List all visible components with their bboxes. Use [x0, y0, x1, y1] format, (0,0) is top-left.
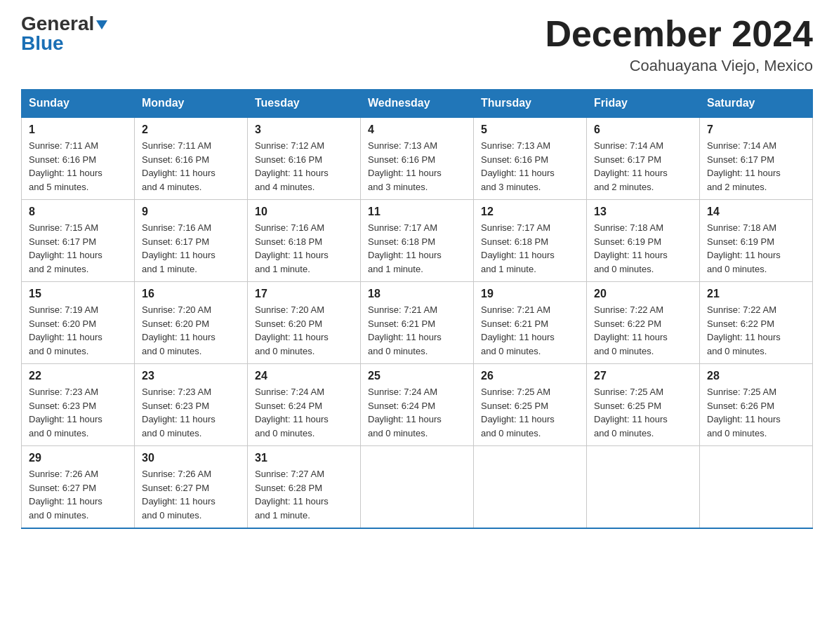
calendar-cell: 6 Sunrise: 7:14 AMSunset: 6:17 PMDayligh… — [587, 117, 700, 200]
day-number: 24 — [255, 370, 353, 382]
header-thursday: Thursday — [474, 90, 587, 118]
header-friday: Friday — [587, 90, 700, 118]
day-info: Sunrise: 7:16 AMSunset: 6:17 PMDaylight:… — [142, 222, 216, 274]
day-number: 31 — [255, 452, 353, 464]
week-row-3: 15 Sunrise: 7:19 AMSunset: 6:20 PMDaylig… — [22, 282, 813, 364]
week-row-2: 8 Sunrise: 7:15 AMSunset: 6:17 PMDayligh… — [22, 200, 813, 282]
calendar-cell: 28 Sunrise: 7:25 AMSunset: 6:26 PMDaylig… — [700, 364, 813, 446]
day-info: Sunrise: 7:20 AMSunset: 6:20 PMDaylight:… — [255, 304, 329, 356]
day-info: Sunrise: 7:17 AMSunset: 6:18 PMDaylight:… — [481, 222, 555, 274]
logo-blue: Blue — [21, 32, 64, 54]
calendar-cell: 29 Sunrise: 7:26 AMSunset: 6:27 PMDaylig… — [22, 446, 135, 529]
calendar-cell — [700, 446, 813, 529]
logo-triangle-icon — [96, 20, 107, 29]
day-info: Sunrise: 7:11 AMSunset: 6:16 PMDaylight:… — [142, 140, 216, 192]
day-info: Sunrise: 7:21 AMSunset: 6:21 PMDaylight:… — [368, 304, 442, 356]
day-info: Sunrise: 7:18 AMSunset: 6:19 PMDaylight:… — [594, 222, 668, 274]
day-info: Sunrise: 7:24 AMSunset: 6:24 PMDaylight:… — [368, 387, 442, 438]
calendar-cell: 26 Sunrise: 7:25 AMSunset: 6:25 PMDaylig… — [474, 364, 587, 446]
calendar-cell: 20 Sunrise: 7:22 AMSunset: 6:22 PMDaylig… — [587, 282, 700, 364]
day-number: 23 — [142, 370, 240, 382]
calendar-cell: 12 Sunrise: 7:17 AMSunset: 6:18 PMDaylig… — [474, 200, 587, 282]
day-number: 22 — [29, 370, 127, 382]
calendar-table: SundayMondayTuesdayWednesdayThursdayFrid… — [21, 89, 813, 529]
location-title: Coahuayana Viejo, Mexico — [545, 57, 813, 75]
day-number: 25 — [368, 370, 466, 382]
logo: General Blue — [21, 14, 107, 53]
day-info: Sunrise: 7:26 AMSunset: 6:27 PMDaylight:… — [29, 469, 102, 521]
calendar-cell — [474, 446, 587, 529]
day-number: 2 — [142, 123, 240, 136]
logo-general: General — [21, 14, 94, 34]
calendar-cell: 3 Sunrise: 7:12 AMSunset: 6:16 PMDayligh… — [248, 117, 361, 200]
calendar-cell: 15 Sunrise: 7:19 AMSunset: 6:20 PMDaylig… — [22, 282, 135, 364]
calendar-cell: 31 Sunrise: 7:27 AMSunset: 6:28 PMDaylig… — [248, 446, 361, 529]
day-info: Sunrise: 7:26 AMSunset: 6:27 PMDaylight:… — [142, 469, 216, 521]
day-info: Sunrise: 7:23 AMSunset: 6:23 PMDaylight:… — [29, 387, 102, 438]
day-number: 20 — [594, 288, 692, 300]
day-number: 26 — [481, 370, 579, 382]
day-number: 5 — [481, 123, 579, 136]
day-number: 14 — [707, 206, 805, 218]
day-info: Sunrise: 7:16 AMSunset: 6:18 PMDaylight:… — [255, 222, 329, 274]
header-sunday: Sunday — [22, 90, 135, 118]
day-number: 18 — [368, 288, 466, 300]
calendar-cell: 13 Sunrise: 7:18 AMSunset: 6:19 PMDaylig… — [587, 200, 700, 282]
calendar-cell: 23 Sunrise: 7:23 AMSunset: 6:23 PMDaylig… — [135, 364, 248, 446]
calendar-cell: 19 Sunrise: 7:21 AMSunset: 6:21 PMDaylig… — [474, 282, 587, 364]
day-number: 11 — [368, 206, 466, 218]
day-info: Sunrise: 7:17 AMSunset: 6:18 PMDaylight:… — [368, 222, 442, 274]
day-number: 15 — [29, 288, 127, 300]
header-saturday: Saturday — [700, 90, 813, 118]
calendar-cell: 17 Sunrise: 7:20 AMSunset: 6:20 PMDaylig… — [248, 282, 361, 364]
calendar-cell: 5 Sunrise: 7:13 AMSunset: 6:16 PMDayligh… — [474, 117, 587, 200]
calendar-cell: 8 Sunrise: 7:15 AMSunset: 6:17 PMDayligh… — [22, 200, 135, 282]
day-info: Sunrise: 7:20 AMSunset: 6:20 PMDaylight:… — [142, 304, 216, 356]
day-info: Sunrise: 7:13 AMSunset: 6:16 PMDaylight:… — [368, 140, 442, 192]
day-info: Sunrise: 7:12 AMSunset: 6:16 PMDaylight:… — [255, 140, 329, 192]
calendar-cell — [587, 446, 700, 529]
calendar-cell: 27 Sunrise: 7:25 AMSunset: 6:25 PMDaylig… — [587, 364, 700, 446]
day-info: Sunrise: 7:24 AMSunset: 6:24 PMDaylight:… — [255, 387, 329, 438]
day-number: 29 — [29, 452, 127, 464]
day-info: Sunrise: 7:23 AMSunset: 6:23 PMDaylight:… — [142, 387, 216, 438]
day-info: Sunrise: 7:25 AMSunset: 6:26 PMDaylight:… — [707, 387, 781, 438]
calendar-cell: 21 Sunrise: 7:22 AMSunset: 6:22 PMDaylig… — [700, 282, 813, 364]
day-number: 4 — [368, 123, 466, 136]
calendar-cell: 16 Sunrise: 7:20 AMSunset: 6:20 PMDaylig… — [135, 282, 248, 364]
day-number: 8 — [29, 206, 127, 218]
day-info: Sunrise: 7:22 AMSunset: 6:22 PMDaylight:… — [594, 304, 668, 356]
calendar-cell: 9 Sunrise: 7:16 AMSunset: 6:17 PMDayligh… — [135, 200, 248, 282]
day-number: 7 — [707, 123, 805, 136]
calendar-cell: 1 Sunrise: 7:11 AMSunset: 6:16 PMDayligh… — [22, 117, 135, 200]
calendar-cell: 22 Sunrise: 7:23 AMSunset: 6:23 PMDaylig… — [22, 364, 135, 446]
calendar-cell: 25 Sunrise: 7:24 AMSunset: 6:24 PMDaylig… — [361, 364, 474, 446]
day-number: 16 — [142, 288, 240, 300]
calendar-cell: 10 Sunrise: 7:16 AMSunset: 6:18 PMDaylig… — [248, 200, 361, 282]
day-number: 30 — [142, 452, 240, 464]
day-number: 13 — [594, 206, 692, 218]
day-number: 17 — [255, 288, 353, 300]
month-title: December 2024 — [545, 14, 813, 54]
calendar-cell: 30 Sunrise: 7:26 AMSunset: 6:27 PMDaylig… — [135, 446, 248, 529]
day-info: Sunrise: 7:25 AMSunset: 6:25 PMDaylight:… — [481, 387, 555, 438]
day-number: 28 — [707, 370, 805, 382]
day-number: 27 — [594, 370, 692, 382]
day-info: Sunrise: 7:11 AMSunset: 6:16 PMDaylight:… — [29, 140, 102, 192]
day-info: Sunrise: 7:22 AMSunset: 6:22 PMDaylight:… — [707, 304, 781, 356]
day-info: Sunrise: 7:25 AMSunset: 6:25 PMDaylight:… — [594, 387, 668, 438]
day-info: Sunrise: 7:14 AMSunset: 6:17 PMDaylight:… — [594, 140, 668, 192]
day-number: 12 — [481, 206, 579, 218]
calendar-cell: 4 Sunrise: 7:13 AMSunset: 6:16 PMDayligh… — [361, 117, 474, 200]
day-info: Sunrise: 7:19 AMSunset: 6:20 PMDaylight:… — [29, 304, 102, 356]
header-tuesday: Tuesday — [248, 90, 361, 118]
day-number: 3 — [255, 123, 353, 136]
day-number: 19 — [481, 288, 579, 300]
week-row-4: 22 Sunrise: 7:23 AMSunset: 6:23 PMDaylig… — [22, 364, 813, 446]
calendar-header-row: SundayMondayTuesdayWednesdayThursdayFrid… — [22, 90, 813, 118]
day-info: Sunrise: 7:15 AMSunset: 6:17 PMDaylight:… — [29, 222, 102, 274]
day-info: Sunrise: 7:27 AMSunset: 6:28 PMDaylight:… — [255, 469, 329, 521]
header-wednesday: Wednesday — [361, 90, 474, 118]
week-row-1: 1 Sunrise: 7:11 AMSunset: 6:16 PMDayligh… — [22, 117, 813, 200]
calendar-cell: 11 Sunrise: 7:17 AMSunset: 6:18 PMDaylig… — [361, 200, 474, 282]
